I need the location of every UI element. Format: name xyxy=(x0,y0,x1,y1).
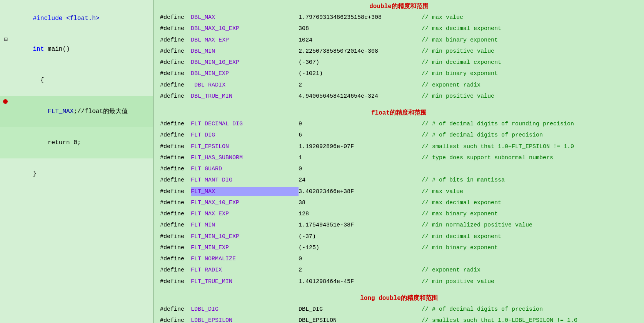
indent xyxy=(33,108,48,115)
define-row: #define DBL_MIN_EXP(-1021) // min binary… xyxy=(160,68,638,79)
def-name: FLT_NORMALIZE xyxy=(191,255,299,263)
define-row: #define _DBL_RADIX2 // exponent radix xyxy=(160,80,638,91)
define-row: #define FLT_NORMALIZE0 xyxy=(160,253,638,265)
def-name: FLT_MIN xyxy=(191,221,299,230)
define-row: #define DBL_TRUE_MIN4.9406564584124654e-… xyxy=(160,91,638,102)
def-value: 1.79769313486235158e+308 xyxy=(299,13,422,22)
def-keyword: #define xyxy=(160,255,191,263)
def-keyword: #define xyxy=(160,266,191,275)
def-value: 1.401298464e-45F xyxy=(299,277,422,286)
define-row: #define FLT_MAX_EXP128 // max binary exp… xyxy=(160,208,638,220)
def-value: 38 xyxy=(299,198,422,207)
def-name: FLT_GUARD xyxy=(191,165,299,173)
def-keyword: #define xyxy=(160,316,191,323)
code-line-3: { xyxy=(0,65,153,97)
def-keyword: #define xyxy=(160,120,191,128)
def-value: DBL_DIG xyxy=(299,305,422,314)
def-keyword: #define xyxy=(160,221,191,230)
def-keyword: #define xyxy=(160,232,191,241)
def-value: 2 xyxy=(299,81,422,90)
def-keyword: #define xyxy=(160,142,191,151)
code-line-6: } xyxy=(0,158,153,190)
def-keyword: #define xyxy=(160,198,191,207)
def-value: (-37) xyxy=(299,232,422,241)
def-name: LDBL_EPSILON xyxy=(191,316,299,323)
def-name: FLT_MIN_EXP xyxy=(191,243,299,252)
def-comment: // max decimal exponent xyxy=(422,198,501,207)
def-name: DBL_TRUE_MIN xyxy=(191,92,299,101)
ldbl-rows: #define LDBL_DIGDBL_DIG // # of decimal … xyxy=(160,304,638,323)
def-comment: // exponent radix xyxy=(422,266,480,275)
define-row: #define LDBL_EPSILONDBL_EPSILON // small… xyxy=(160,315,638,323)
def-comment: // min normalized positive value xyxy=(422,221,532,230)
def-name: FLT_HAS_SUBNORM xyxy=(191,153,299,162)
line-content-2: int main() xyxy=(11,35,150,65)
line-content-6: } xyxy=(11,159,150,189)
def-comment: // max binary exponent xyxy=(422,36,498,45)
def-value: 1.175494351e-38F xyxy=(299,221,422,230)
def-name: DBL_MIN xyxy=(191,47,299,56)
def-comment: // type does support subnormal numbers xyxy=(422,153,553,162)
def-value: 3.402823466e+38F xyxy=(299,187,422,196)
def-name: DBL_MAX_EXP xyxy=(191,36,299,45)
def-name: FLT_RADIX xyxy=(191,266,299,275)
define-row: #define FLT_EPSILON1.192092896e-07F // s… xyxy=(160,141,638,152)
def-value: 2 xyxy=(299,266,422,275)
define-row: #define LDBL_DIGDBL_DIG // # of decimal … xyxy=(160,304,638,315)
def-comment: // smallest such that 1.0+FLT_EPSILON !=… xyxy=(422,142,574,151)
def-value: 308 xyxy=(299,24,422,33)
def-comment: // max decimal exponent xyxy=(422,24,501,33)
define-row: #define FLT_HAS_SUBNORM1 // type does su… xyxy=(160,152,638,163)
def-keyword: #define xyxy=(160,13,191,22)
def-name: FLT_DIG xyxy=(191,131,299,140)
def-comment: // min binary exponent xyxy=(422,69,498,78)
def-keyword: #define xyxy=(160,92,191,101)
def-comment: // max value xyxy=(422,13,463,22)
def-comment: // exponent radix xyxy=(422,81,480,90)
return-stmt: return 0; xyxy=(33,139,81,146)
define-row: #define FLT_MIN_10_EXP(-37) // min decim… xyxy=(160,231,638,242)
breakpoint-indicator[interactable] xyxy=(3,99,8,104)
define-row: #define DBL_MAX1.79769313486235158e+308 … xyxy=(160,12,638,23)
def-keyword: #define xyxy=(160,24,191,33)
def-comment: // smallest such that 1.0+LDBL_EPSILON !… xyxy=(422,316,577,323)
def-value: 4.9406564584124654e-324 xyxy=(299,92,422,101)
def-name: DBL_MIN_EXP xyxy=(191,69,299,78)
line-content-1: #include <float.h> xyxy=(11,4,150,33)
def-name: FLT_MAX_EXP xyxy=(191,210,299,218)
spacer-1 xyxy=(160,102,638,107)
spacer-2 xyxy=(160,287,638,292)
line-content-4: FLT_MAX;//float的最大值 xyxy=(11,97,150,127)
define-row: #define FLT_MIN1.175494351e-38F // min n… xyxy=(160,220,638,231)
double-rows: #define DBL_MAX1.79769313486235158e+308 … xyxy=(160,12,638,102)
main-decl: main() xyxy=(44,46,70,53)
def-keyword: #define xyxy=(160,176,191,185)
def-keyword: #define xyxy=(160,58,191,67)
def-value: (-307) xyxy=(299,58,422,67)
def-comment: // min binary exponent xyxy=(422,243,498,252)
def-name: FLT_MIN_10_EXP xyxy=(191,232,299,241)
reference-panel: double的精度和范围 #define DBL_MAX1.7976931348… xyxy=(154,0,644,323)
def-name: FLT_DECIMAL_DIG xyxy=(191,120,299,128)
def-keyword: #define xyxy=(160,210,191,218)
code-line-5: return 0; xyxy=(0,127,153,158)
def-value: 1 xyxy=(299,153,422,162)
def-value: DBL_EPSILON xyxy=(299,316,422,323)
def-keyword: #define xyxy=(160,69,191,78)
def-name: FLT_MAX_10_EXP xyxy=(191,198,299,207)
def-comment: // min decimal exponent xyxy=(422,232,501,241)
line-content-5: return 0; xyxy=(11,128,150,158)
def-comment: // min positive value xyxy=(422,47,494,56)
def-keyword: #define xyxy=(160,243,191,252)
define-row: #define FLT_RADIX2 // exponent radix xyxy=(160,265,638,276)
header-name: <float.h> xyxy=(66,15,99,22)
def-name: DBL_MIN_10_EXP xyxy=(191,58,299,67)
open-brace: { xyxy=(33,77,44,84)
code-line-2: ⊟ int main() xyxy=(0,34,153,65)
define-row: #define FLT_DIG6 // # of decimal digits … xyxy=(160,130,638,141)
def-name: FLT_EPSILON xyxy=(191,142,299,151)
line-number-4 xyxy=(3,97,11,107)
def-name: FLT_MANT_DIG xyxy=(191,176,299,185)
def-name: FLT_MAX xyxy=(191,187,299,196)
collapse-icon[interactable]: ⊟ xyxy=(4,36,8,43)
